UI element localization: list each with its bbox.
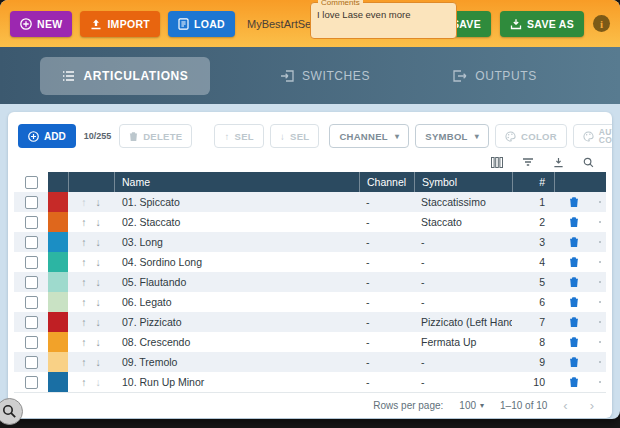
columns-icon[interactable]	[491, 157, 503, 168]
row-color-swatch[interactable]	[48, 232, 68, 252]
new-button[interactable]: NEW	[10, 11, 72, 37]
delete-row-button[interactable]	[554, 252, 594, 272]
delete-row-button[interactable]	[554, 312, 594, 332]
prev-page-icon[interactable]: ‹	[563, 398, 567, 413]
delete-button[interactable]: DELETE	[119, 124, 192, 148]
row-color-swatch[interactable]	[48, 212, 68, 232]
move-down-icon[interactable]: ↓	[96, 276, 101, 288]
delete-row-button[interactable]	[554, 372, 594, 392]
tab-switches[interactable]: SWITCHES	[240, 57, 410, 95]
select-all-checkbox[interactable]	[25, 176, 38, 189]
tab-outputs[interactable]: OUTPUTS	[410, 57, 580, 95]
tab-articulations[interactable]: ARTICULATIONS	[40, 57, 210, 95]
add-button[interactable]: ADD	[18, 124, 76, 148]
row-checkbox[interactable]	[25, 216, 38, 229]
comments-value[interactable]: I love Lase even more	[317, 9, 450, 20]
row-color-swatch[interactable]	[48, 252, 68, 272]
filter-icon[interactable]	[522, 157, 534, 167]
row-channel[interactable]: -	[359, 232, 414, 252]
next-page-icon[interactable]: ›	[590, 398, 594, 413]
load-button[interactable]: LOAD	[168, 11, 235, 37]
delete-row-button[interactable]	[554, 272, 594, 292]
move-up-icon[interactable]: ↑	[81, 336, 86, 348]
row-color-swatch[interactable]	[48, 372, 68, 392]
move-down-icon[interactable]: ↓	[96, 356, 101, 368]
row-name[interactable]: 02. Staccato	[114, 212, 359, 232]
row-color-swatch[interactable]	[48, 272, 68, 292]
channel-dropdown[interactable]: CHANNEL ▾	[329, 124, 409, 148]
row-checkbox[interactable]	[25, 256, 38, 269]
row-symbol[interactable]: -	[414, 352, 512, 372]
row-channel[interactable]: -	[359, 252, 414, 272]
row-symbol[interactable]: Staccato	[414, 212, 512, 232]
move-up-icon[interactable]: ↑	[81, 376, 86, 388]
delete-row-button[interactable]	[554, 232, 594, 252]
row-color-swatch[interactable]	[48, 192, 68, 212]
row-color-swatch[interactable]	[48, 312, 68, 332]
select-up-button[interactable]: ↑ SEL	[214, 124, 263, 148]
row-symbol[interactable]: Pizzicato (Left Hand)	[414, 312, 512, 332]
row-color-swatch[interactable]	[48, 292, 68, 312]
row-name[interactable]: 08. Crescendo	[114, 332, 359, 352]
move-down-icon[interactable]: ↓	[96, 296, 101, 308]
row-symbol[interactable]: Fermata Up	[414, 332, 512, 352]
comments-box[interactable]: Comments I love Lase even more	[310, 2, 457, 39]
row-checkbox[interactable]	[25, 296, 38, 309]
row-symbol[interactable]: -	[414, 372, 512, 392]
row-name[interactable]: 05. Flautando	[114, 272, 359, 292]
row-name[interactable]: 04. Sordino Long	[114, 252, 359, 272]
header-symbol[interactable]: Symbol	[414, 172, 512, 192]
row-checkbox[interactable]	[25, 336, 38, 349]
rows-per-page-select[interactable]: 100 ▾	[459, 400, 484, 411]
move-up-icon[interactable]: ↑	[81, 216, 86, 228]
move-up-icon[interactable]: ↑	[81, 296, 86, 308]
move-down-icon[interactable]: ↓	[96, 236, 101, 248]
row-symbol[interactable]: -	[414, 232, 512, 252]
row-color-swatch[interactable]	[48, 352, 68, 372]
move-up-icon[interactable]: ↑	[81, 196, 86, 208]
row-checkbox[interactable]	[25, 196, 38, 209]
delete-row-button[interactable]	[554, 332, 594, 352]
row-name[interactable]: 03. Long	[114, 232, 359, 252]
symbol-dropdown[interactable]: SYMBOL ▾	[415, 124, 489, 148]
delete-row-button[interactable]	[554, 292, 594, 312]
delete-row-button[interactable]	[554, 352, 594, 372]
row-channel[interactable]: -	[359, 372, 414, 392]
row-checkbox[interactable]	[25, 356, 38, 369]
row-name[interactable]: 06. Legato	[114, 292, 359, 312]
row-symbol[interactable]: -	[414, 292, 512, 312]
row-checkbox[interactable]	[25, 236, 38, 249]
info-icon[interactable]: i	[593, 15, 610, 32]
row-channel[interactable]: -	[359, 212, 414, 232]
row-channel[interactable]: -	[359, 292, 414, 312]
row-color-swatch[interactable]	[48, 332, 68, 352]
move-up-icon[interactable]: ↑	[81, 256, 86, 268]
row-channel[interactable]: -	[359, 192, 414, 212]
move-up-icon[interactable]: ↑	[81, 236, 86, 248]
download-icon[interactable]	[553, 157, 564, 168]
row-name[interactable]: 01. Spiccato	[114, 192, 359, 212]
row-symbol[interactable]: Staccatissimo	[414, 192, 512, 212]
import-button[interactable]: IMPORT	[80, 11, 160, 37]
header-number[interactable]: #	[512, 172, 554, 192]
delete-row-button[interactable]	[554, 212, 594, 232]
header-name[interactable]: Name	[114, 172, 359, 192]
header-channel[interactable]: Channel	[359, 172, 414, 192]
row-name[interactable]: 07. Pizzicato	[114, 312, 359, 332]
move-down-icon[interactable]: ↓	[96, 196, 101, 208]
row-checkbox[interactable]	[25, 376, 38, 389]
move-down-icon[interactable]: ↓	[96, 316, 101, 328]
auto-color-button[interactable]: AUTO COLOR	[573, 124, 612, 148]
row-symbol[interactable]: -	[414, 272, 512, 292]
row-channel[interactable]: -	[359, 312, 414, 332]
search-icon[interactable]	[583, 157, 594, 168]
move-down-icon[interactable]: ↓	[96, 376, 101, 388]
move-up-icon[interactable]: ↑	[81, 356, 86, 368]
row-name[interactable]: 10. Run Up Minor	[114, 372, 359, 392]
row-name[interactable]: 09. Tremolo	[114, 352, 359, 372]
row-channel[interactable]: -	[359, 352, 414, 372]
row-channel[interactable]: -	[359, 332, 414, 352]
row-channel[interactable]: -	[359, 272, 414, 292]
move-down-icon[interactable]: ↓	[96, 336, 101, 348]
move-up-icon[interactable]: ↑	[81, 276, 86, 288]
